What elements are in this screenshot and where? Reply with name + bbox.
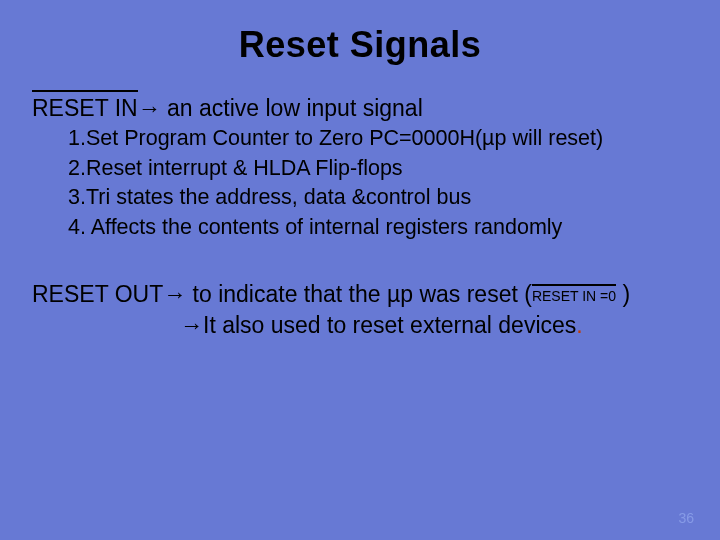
arrow-icon: →	[163, 281, 186, 307]
reset-out-heading: RESET OUT→ to indicate that the µp was r…	[32, 280, 688, 309]
list-item: 4. Affects the contents of internal regi…	[68, 214, 688, 242]
reset-in-condition: RESET IN =0	[532, 288, 616, 306]
arrow-icon: →	[180, 312, 203, 338]
reset-out-rest-b: )	[616, 281, 630, 307]
reset-in-heading: RESET IN→ an active low input signal	[32, 94, 688, 123]
reset-in-rest: an active low input signal	[161, 95, 423, 121]
page-number: 36	[678, 510, 694, 526]
reset-out-rest-a: to indicate that the µp was reset (	[186, 281, 532, 307]
list-item: 2.Reset interrupt & HLDA Flip-flops	[68, 155, 688, 183]
slide-body: RESET IN→ an active low input signal 1.S…	[32, 94, 688, 340]
slide-title: Reset Signals	[32, 24, 688, 66]
reset-out-label: RESET OUT	[32, 281, 163, 307]
list-item: 1.Set Program Counter to Zero PC=0000H(µ…	[68, 125, 688, 153]
reset-out-line2: →It also used to reset external devices.	[180, 311, 688, 340]
arrow-icon: →	[138, 95, 161, 121]
reset-out-line2-text: It also used to reset external devices	[203, 312, 576, 338]
slide: Reset Signals RESET IN→ an active low in…	[0, 0, 720, 540]
reset-in-label: RESET IN	[32, 94, 138, 123]
red-dot: .	[576, 312, 582, 338]
spacer	[32, 244, 688, 280]
list-item: 3.Tri states the address, data &control …	[68, 184, 688, 212]
